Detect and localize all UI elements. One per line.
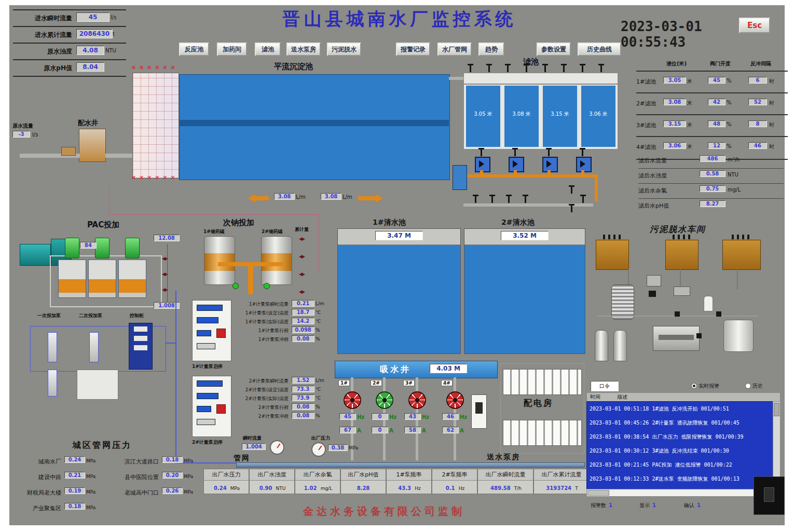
raw-flow-value: -3 — [12, 131, 30, 138]
pump-impeller[interactable] — [408, 391, 426, 409]
filter-inlet-channel — [463, 73, 618, 84]
pump-name: 1# — [338, 380, 350, 386]
nav-dosing-room[interactable]: 加药间 — [217, 43, 247, 56]
gauge2-label: 出厂压力 — [311, 435, 330, 442]
pump-impeller[interactable] — [376, 391, 393, 409]
info-label: 原水pH值 — [14, 64, 72, 73]
raw-flow-unit: l/s — [32, 132, 38, 138]
filter-cell-3: 3.15 米 — [543, 86, 577, 147]
skid-pump-2[interactable] — [89, 332, 99, 362]
alarm-row[interactable]: 2023-03-01 00:12:33 2#送水泵 变频故障恢复 001/00:… — [587, 472, 773, 486]
nav-pump-house[interactable]: 送水泵房 — [286, 43, 321, 56]
nav-alarm-log[interactable]: 报警记录 — [396, 43, 430, 56]
sludge-bottle — [704, 296, 713, 311]
network-pressure-title: 城区管网压力 — [73, 440, 132, 451]
esc-button[interactable]: Esc — [739, 18, 770, 33]
pump-current: 58 — [404, 427, 421, 433]
alarm-row[interactable]: 2023-03-01 00:51:18 1#滤池 反冲洗开始 001/00:51 — [587, 402, 773, 416]
skid-outlet-line-v — [175, 291, 176, 463]
pac-tank-1 — [58, 260, 86, 298]
clear-pool-1: 3.47 M — [337, 228, 461, 354]
hmi-screen: 进水瞬时流量45l/s 进水累计流量2086430t 原水浊度4.08NTU 原… — [0, 0, 794, 532]
alarm-row[interactable]: 2023-03-01 00:38:54 出厂水压力 低限报警恢复 001/00:… — [587, 430, 773, 444]
alarm-radio-history-label[interactable]: 历史 — [752, 383, 763, 390]
info-value: 45 — [76, 12, 109, 22]
info-label: 进水累计流量 — [14, 31, 72, 39]
inlet-pump — [61, 147, 76, 156]
nav-trend[interactable]: 趋势 — [478, 43, 504, 56]
nav-sludge[interactable]: 污泥脱水 — [327, 43, 361, 56]
power-room: 配电房 — [500, 363, 584, 454]
hypo-tank-2 — [261, 236, 292, 285]
pump-impeller[interactable] — [446, 391, 464, 409]
pac-mixer-2[interactable] — [95, 238, 109, 258]
inlet-info-table: 进水瞬时流量45l/s 进水累计流量2086430t 原水浊度4.08NTU 原… — [13, 9, 126, 77]
raw-flow-label: 原水流量 — [12, 122, 33, 130]
alarm-row[interactable]: 2023-03-01 00:30:12 3#滤池 反冲洗结束 001/00:30 — [587, 444, 773, 458]
alarm-marks-bottom: ✕ ✕ ✕ ✕ ✕ ✕ — [131, 174, 175, 181]
metering-rows-1: 1#计量泵瞬时流量0.21L/m 1#计量泵(设定)温度18.7℃ 1#计量泵(… — [234, 301, 346, 345]
nav-parameters[interactable]: 参数设置 — [537, 43, 571, 56]
clear-pool-1-title: 1#清水池 — [373, 218, 405, 227]
alarm-row[interactable]: 2023-03-01 00:45:26 2#计量泵 通讯故障恢复 001/00:… — [587, 416, 773, 430]
centrifuge — [653, 326, 700, 351]
pump-freq: 46 — [442, 413, 459, 420]
suction-well-label: 吸水井 — [380, 364, 411, 375]
info-value: 4.08 — [76, 46, 104, 55]
suction-well-banner: 吸水井 4.03 M — [335, 361, 498, 378]
distribution-well-label: 配水井 — [78, 118, 98, 128]
pac-mixer-3[interactable] — [125, 238, 140, 258]
pac-valve-icon: ◀▶ — [162, 272, 167, 277]
pump-freq: 43 — [404, 413, 421, 420]
nav-reaction-pool[interactable]: 反应池 — [179, 43, 209, 56]
alarm-list[interactable]: 2023-03-01 00:51:18 1#滤池 反冲洗开始 001/00:51… — [586, 401, 773, 489]
metering-switch-1[interactable]: 1#计量泵启停 — [192, 363, 223, 370]
alarm-radio-realtime[interactable] — [691, 383, 697, 389]
pac-mixer-1[interactable] — [65, 238, 79, 258]
filter-table-row: 1#滤池3.05米45%6时 — [636, 71, 788, 93]
hypo-title: 次钠投加 — [223, 218, 254, 228]
alarm-row[interactable]: 2023-03-01 00:21:45 PAC投加 液位低报警 001/00:2… — [587, 458, 773, 472]
metering-panel-1[interactable] — [192, 300, 231, 361]
alarm-status-3: 确认 1 — [684, 499, 701, 509]
gauge2-unit: MPa — [349, 445, 358, 451]
skid-pump-3[interactable] — [48, 370, 57, 397]
metering-switch-2[interactable]: 2#计量泵启停 — [192, 439, 223, 446]
hypo-valve-icon: ◀▶ — [299, 272, 304, 277]
nav-history[interactable]: 历史曲线 — [578, 43, 621, 56]
sedimentation-basin — [179, 74, 450, 180]
maker-watermark: 金达水务设备有限公司监制 — [270, 504, 498, 519]
backwash-main-pipe — [467, 174, 598, 178]
mini-window[interactable] — [754, 476, 785, 515]
alarm-hscrollbar[interactable] — [586, 489, 773, 497]
sludge-tank-3 — [722, 240, 761, 270]
basin-to-filter-pipe — [449, 77, 463, 80]
info-unit: NTU — [105, 48, 116, 53]
alarm-filter-box[interactable]: 口令 — [591, 381, 619, 391]
alarm-radio-realtime-label[interactable]: 实时报警 — [699, 383, 719, 390]
clear-pool-2: 3.52 M — [464, 228, 585, 354]
clear-pool-2-level: 3.52 M — [501, 231, 549, 240]
skid-pump-1[interactable] — [48, 332, 57, 362]
alarm-status-2: 显示 1 — [639, 499, 656, 509]
pump-house-label: 送水泵房 — [487, 453, 520, 462]
sludge-pump-1 — [649, 291, 656, 297]
info-unit: t — [113, 31, 115, 37]
nav-filter[interactable]: 滤池 — [255, 43, 281, 56]
info-value: 2086430 — [76, 29, 113, 38]
pump-impeller[interactable] — [344, 391, 361, 409]
metering-panel-2[interactable] — [192, 376, 231, 437]
clear-pool-1-level: 3.47 M — [375, 231, 423, 240]
pump-current: 67 — [339, 427, 356, 433]
page-title: 晋山县城南水厂监控系统 — [259, 7, 540, 31]
filter-table-header-1: 液位(米) — [666, 60, 687, 67]
alarm-radio-history[interactable] — [745, 383, 751, 389]
filter-outlet-tank — [453, 165, 467, 190]
nav-network[interactable]: 水厂管网 — [437, 43, 472, 56]
power-room-label: 配电房 — [524, 398, 553, 409]
pump-freq: 45 — [339, 413, 356, 420]
alarm-header-row: 时间 描述 — [586, 392, 781, 402]
info-unit: l/s — [111, 15, 116, 20]
pump-unit-2: 2# 0Hz 0A — [369, 380, 400, 458]
basin-divider — [179, 120, 449, 126]
